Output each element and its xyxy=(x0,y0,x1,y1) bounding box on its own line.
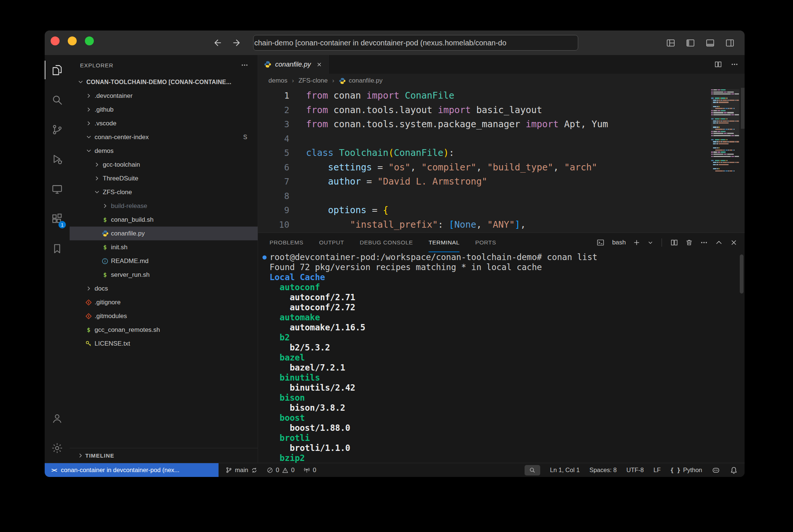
chevron-down-icon xyxy=(76,79,85,85)
tree-item-gitmodules[interactable]: .gitmodules xyxy=(70,309,258,323)
tree-item-conanfile-py[interactable]: conanfile.py xyxy=(70,227,258,240)
tree-item-readme-md[interactable]: README.md xyxy=(70,254,258,268)
tree-item-conan-toolchain-demo-conan-containe[interactable]: CONAN-TOOLCHAIN-DEMO [CONAN-CONTAINE... xyxy=(70,75,258,89)
activity-bookmarks[interactable] xyxy=(45,234,70,263)
settings-button[interactable] xyxy=(45,433,70,463)
split-terminal-icon[interactable] xyxy=(670,238,678,247)
shell-profile-label[interactable]: bash xyxy=(612,239,626,246)
explorer-more-actions-icon[interactable] xyxy=(241,61,249,69)
breadcrumb-separator-icon: › xyxy=(332,77,334,84)
code-line[interactable]: 10 "install_prefix": [None, "ANY"], xyxy=(258,218,745,232)
code-line[interactable]: 1from conan import ConanFile xyxy=(258,89,745,103)
zoom-indicator[interactable] xyxy=(525,465,540,475)
close-panel-icon[interactable] xyxy=(730,238,738,247)
line-number: 4 xyxy=(258,132,289,146)
code-line[interactable]: 6 settings = "os", "compiler", "build_ty… xyxy=(258,160,745,175)
activity-remote-explorer[interactable] xyxy=(45,174,70,204)
back-arrow-icon[interactable] xyxy=(211,38,222,48)
tree-item-threedsuite[interactable]: ThreeDSuite xyxy=(70,172,258,185)
code-line[interactable]: 4 xyxy=(258,132,745,146)
new-terminal-icon[interactable] xyxy=(633,238,641,247)
code-line[interactable]: 9 options = { xyxy=(258,203,745,218)
maximize-panel-icon[interactable] xyxy=(715,238,723,247)
indentation[interactable]: Spaces: 8 xyxy=(589,467,617,474)
panel-tab-ports[interactable]: PORTS xyxy=(475,233,496,252)
command-center-title[interactable]: chain-demo [conan-container in devcontai… xyxy=(253,35,578,51)
panel-more-actions-icon[interactable] xyxy=(700,238,708,247)
maximize-window-button[interactable] xyxy=(85,36,94,45)
panel-tab-problems[interactable]: PROBLEMS xyxy=(270,233,303,252)
tree-item-conan-center-index[interactable]: conan-center-indexS xyxy=(70,130,258,144)
code-line[interactable]: 8 xyxy=(258,189,745,203)
tab-conanfile-py[interactable]: conanfile.py xyxy=(258,55,329,74)
customize-layout-icon[interactable] xyxy=(666,38,676,48)
toggle-panel-icon[interactable] xyxy=(705,38,715,48)
command-decoration-icon[interactable] xyxy=(262,255,267,259)
chevron-right-icon xyxy=(84,93,93,99)
tree-item-server-run-sh[interactable]: $server_run.sh xyxy=(70,268,258,282)
terminal-line: Found 72 pkg/version recipes matching * … xyxy=(270,262,745,272)
toggle-primary-sidebar-icon[interactable] xyxy=(685,38,695,48)
forward-arrow-icon[interactable] xyxy=(232,38,243,48)
code-line[interactable]: 7 author = "David L. Armstrong" xyxy=(258,174,745,189)
tree-item-conan-build-sh[interactable]: $conan_build.sh xyxy=(70,213,258,227)
panel-tab-output[interactable]: OUTPUT xyxy=(319,233,344,252)
toggle-secondary-sidebar-icon[interactable] xyxy=(725,38,735,48)
code-line[interactable]: 2from conan.tools.layout import basic_la… xyxy=(258,103,745,118)
activity-source-control[interactable] xyxy=(45,115,70,144)
tree-item-init-sh[interactable]: $init.sh xyxy=(70,240,258,254)
tree-item-build-release[interactable]: build-release xyxy=(70,199,258,213)
breadcrumb-zfs-clone[interactable]: ZFS-clone xyxy=(299,77,328,84)
editor-more-actions-icon[interactable] xyxy=(730,60,739,68)
minimap[interactable] xyxy=(711,89,739,233)
tree-item-vscode[interactable]: .vscode xyxy=(70,116,258,130)
tree-item-label: demos xyxy=(95,147,114,155)
file-tree[interactable]: CONAN-TOOLCHAIN-DEMO [CONAN-CONTAINE....… xyxy=(70,75,258,448)
remote-indicator[interactable]: >< conan-container in devcontainer-pod (… xyxy=(45,463,219,477)
chevron-right-icon xyxy=(84,106,93,113)
kill-terminal-icon[interactable] xyxy=(685,238,693,247)
activity-explorer[interactable] xyxy=(45,55,70,85)
tree-item-gcc-conan-remotes-sh[interactable]: $gcc_conan_remotes.sh xyxy=(70,323,258,337)
tree-item-docs[interactable]: docs xyxy=(70,282,258,295)
copilot-icon[interactable] xyxy=(712,466,720,474)
tree-item-github[interactable]: .github xyxy=(70,103,258,116)
code-line[interactable]: 5class Toolchain(ConanFile): xyxy=(258,146,745,160)
terminal-scrollbar[interactable] xyxy=(740,254,743,294)
minimize-window-button[interactable] xyxy=(68,36,77,45)
code-editor[interactable]: 1from conan import ConanFile2from conan.… xyxy=(258,88,745,233)
git-branch-item[interactable]: main xyxy=(225,467,258,474)
eol-sequence[interactable]: LF xyxy=(653,467,660,474)
tree-item-demos[interactable]: demos xyxy=(70,144,258,158)
account-button[interactable] xyxy=(45,403,70,433)
timeline-section[interactable]: TIMELINE xyxy=(70,448,258,463)
tree-item-gcc-toolchain[interactable]: gcc-toolchain xyxy=(70,158,258,172)
code-line[interactable]: 3from conan.tools.system.package_manager… xyxy=(258,117,745,132)
tree-item-license-txt[interactable]: LICENSE.txt xyxy=(70,337,258,350)
encoding[interactable]: UTF-8 xyxy=(627,467,644,474)
cursor-position[interactable]: Ln 1, Col 1 xyxy=(550,467,580,474)
panel-tab-debug-console[interactable]: DEBUG CONSOLE xyxy=(360,233,413,252)
activity-search[interactable] xyxy=(45,85,70,115)
ports-item[interactable]: 0 xyxy=(303,467,316,474)
language-mode[interactable]: { } Python xyxy=(671,467,702,474)
breadcrumb-conanfile-py[interactable]: conanfile.py xyxy=(339,77,383,84)
panel-tab-terminal[interactable]: TERMINAL xyxy=(429,233,459,252)
breadcrumb-demos[interactable]: demos xyxy=(268,77,287,84)
close-tab-icon[interactable] xyxy=(316,61,322,68)
close-window-button[interactable] xyxy=(51,36,60,45)
tree-item-devcontainer[interactable]: .devcontainer xyxy=(70,89,258,103)
tree-item-label: conanfile.py xyxy=(111,230,145,237)
problems-item[interactable]: 0 0 xyxy=(267,467,294,474)
tree-item-zfs-clone[interactable]: ZFS-clone xyxy=(70,185,258,199)
tree-item-gitignore[interactable]: .gitignore xyxy=(70,295,258,309)
split-editor-icon[interactable] xyxy=(714,60,722,68)
terminal[interactable]: root@devcontainer-pod:/workspace/conan-t… xyxy=(258,252,745,463)
shell-file-icon: $ xyxy=(84,326,93,333)
launch-profile-chevron-icon[interactable] xyxy=(647,240,653,246)
notifications-bell-icon[interactable] xyxy=(730,466,738,474)
editor-scrollbar[interactable] xyxy=(741,88,745,129)
activity-run-debug[interactable] xyxy=(45,144,70,174)
sync-icon[interactable] xyxy=(251,467,258,474)
activity-extensions[interactable]: 1 xyxy=(45,204,70,234)
